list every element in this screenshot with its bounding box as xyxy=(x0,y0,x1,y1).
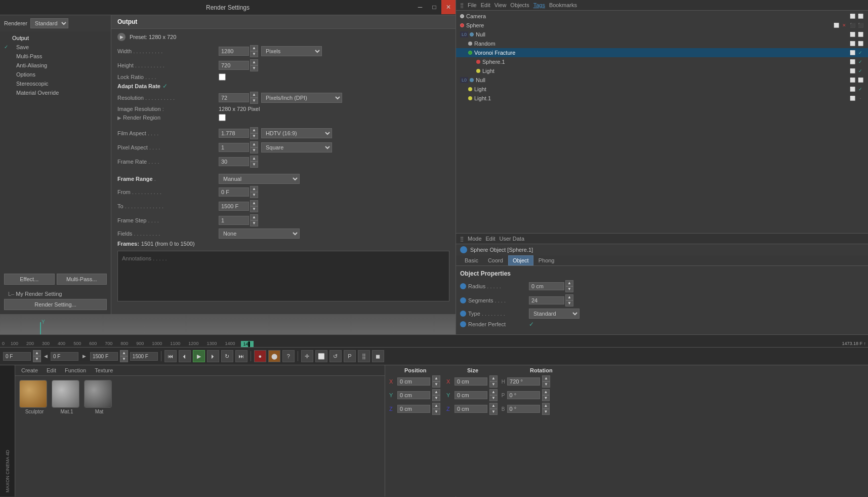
width-down[interactable]: ▼ xyxy=(250,51,258,57)
edit-menu[interactable]: Edit xyxy=(481,2,490,8)
renderer-dropdown[interactable]: Standard xyxy=(30,18,68,28)
type-select[interactable]: Standard xyxy=(529,309,580,319)
zsize-up[interactable]: ▲ xyxy=(489,403,498,409)
tree-item-sphere1[interactable]: Sphere.1 ⬜ ✓ xyxy=(456,57,868,66)
from-input[interactable] xyxy=(219,187,249,197)
start-frame-input[interactable] xyxy=(3,352,31,361)
film-aspect-up[interactable]: ▲ xyxy=(250,127,258,133)
scale-tool[interactable]: P xyxy=(344,350,356,362)
resolution-input[interactable] xyxy=(219,93,249,102)
p-up[interactable]: ▲ xyxy=(542,389,550,395)
tab-function[interactable]: Function xyxy=(61,366,90,374)
h-up[interactable]: ▲ xyxy=(542,375,550,381)
height-down[interactable]: ▼ xyxy=(250,65,258,71)
film-aspect-down[interactable]: ▼ xyxy=(250,133,258,139)
radius-up[interactable]: ▲ xyxy=(565,280,573,286)
tree-item-light2[interactable]: Light ⬜ ✓ xyxy=(456,85,868,94)
sidebar-item-options[interactable]: Options xyxy=(0,70,111,79)
minimize-button[interactable]: ─ xyxy=(413,0,427,14)
sidebar-item-material-override[interactable]: Material Override xyxy=(0,88,111,97)
play-forward-button[interactable]: ⏵ xyxy=(207,350,219,362)
tags-menu[interactable]: Tags xyxy=(533,2,545,8)
rotate-tool[interactable]: ↺ xyxy=(329,350,342,362)
radius-input[interactable] xyxy=(529,282,564,290)
tab-create[interactable]: Create xyxy=(17,366,42,374)
zpos-down[interactable]: ▼ xyxy=(432,409,440,415)
y-pos-input[interactable] xyxy=(397,391,430,399)
h-input[interactable] xyxy=(507,377,540,386)
effect-button[interactable]: Effect... xyxy=(4,274,55,285)
pixel-aspect-preset-select[interactable]: Square xyxy=(261,142,332,152)
z-size-input[interactable] xyxy=(454,405,487,413)
resolution-down[interactable]: ▼ xyxy=(250,98,258,104)
pixel-aspect-input[interactable] xyxy=(219,143,249,152)
keyframe-tool[interactable]: ◼ xyxy=(372,350,384,362)
tab-edit[interactable]: Edit xyxy=(43,366,60,374)
xsize-down[interactable]: ▼ xyxy=(489,381,498,388)
tab-coord[interactable]: Coord xyxy=(483,255,508,265)
tree-item-null[interactable]: L0 Null ⬜ ⬜ xyxy=(456,30,868,39)
from-up[interactable]: ▲ xyxy=(250,186,258,192)
ypos-up[interactable]: ▲ xyxy=(432,389,440,395)
film-aspect-preset-select[interactable]: HDTV (16:9) xyxy=(261,128,332,138)
pixel-aspect-down[interactable]: ▼ xyxy=(250,147,258,154)
zpos-up[interactable]: ▲ xyxy=(432,403,440,409)
y-size-input[interactable] xyxy=(454,391,487,399)
help-transport-button[interactable]: ? xyxy=(282,350,295,362)
frame-step-down[interactable]: ▼ xyxy=(250,220,258,226)
tab-texture[interactable]: Texture xyxy=(91,366,117,374)
width-input[interactable] xyxy=(219,47,249,56)
to-up[interactable]: ▲ xyxy=(250,200,258,206)
view-menu[interactable]: View xyxy=(494,2,507,8)
width-up[interactable]: ▲ xyxy=(250,45,258,51)
segments-input[interactable] xyxy=(529,296,564,304)
user-data-menu[interactable]: User Data xyxy=(500,236,525,242)
bookmarks-menu[interactable]: Bookmarks xyxy=(549,2,577,8)
end-frame-down[interactable]: ▼ xyxy=(120,356,128,362)
end-frame-input[interactable] xyxy=(90,352,118,361)
sidebar-item-save[interactable]: Save xyxy=(0,43,111,52)
height-up[interactable]: ▲ xyxy=(250,59,258,65)
edit-menu-props[interactable]: Edit xyxy=(486,236,495,242)
sidebar-item-antialiasing[interactable]: Anti-Aliasing xyxy=(0,61,111,70)
from-down[interactable]: ▼ xyxy=(250,192,258,198)
grid-tool[interactable]: ⣿ xyxy=(358,350,370,362)
end-frame-display[interactable] xyxy=(130,352,158,361)
current-frame-input[interactable] xyxy=(51,352,78,361)
material-sculptor[interactable]: Sculptor xyxy=(19,380,50,414)
b-input[interactable] xyxy=(507,405,540,413)
tab-object[interactable]: Object xyxy=(508,255,533,265)
mode-menu[interactable]: Mode xyxy=(468,236,482,242)
sidebar-item-multipass[interactable]: Multi-Pass xyxy=(0,52,111,61)
tree-item-voronoi[interactable]: Voronoi Fracture ⬜ ✓ xyxy=(456,48,868,57)
frame-step-up[interactable]: ▲ xyxy=(250,214,258,220)
resolution-up[interactable]: ▲ xyxy=(250,92,258,98)
height-input[interactable] xyxy=(219,61,249,70)
tree-item-light3[interactable]: Light.1 ⬜ · xyxy=(456,94,868,103)
start-frame-up[interactable]: ▲ xyxy=(33,350,41,356)
sidebar-item-stereoscopic[interactable]: Stereoscopic xyxy=(0,79,111,88)
b-up[interactable]: ▲ xyxy=(542,403,550,409)
frame-rate-down[interactable]: ▼ xyxy=(250,162,258,168)
z-pos-input[interactable] xyxy=(397,405,430,413)
ysize-up[interactable]: ▲ xyxy=(489,389,498,395)
xpos-down[interactable]: ▼ xyxy=(432,381,440,388)
tree-item-camera[interactable]: Camera ⬜ ⬜ xyxy=(456,12,868,21)
film-aspect-input[interactable] xyxy=(219,129,249,138)
objects-menu[interactable]: Objects xyxy=(510,2,529,8)
tree-item-random[interactable]: Random ⬜ ⬜ xyxy=(456,39,868,48)
record-active-button[interactable]: ⬤ xyxy=(268,350,280,362)
tab-phong[interactable]: Phong xyxy=(534,255,559,265)
fields-select[interactable]: None xyxy=(219,228,300,239)
sidebar-item-output[interactable]: Output xyxy=(0,33,111,43)
multi-pass-button[interactable]: Multi-Pass... xyxy=(57,274,107,285)
close-button[interactable]: ✕ xyxy=(441,0,456,14)
material-mat[interactable]: Mat xyxy=(84,380,114,414)
render-setting-button[interactable]: Render Setting... xyxy=(4,299,107,310)
x-pos-input[interactable] xyxy=(397,377,430,386)
end-frame-up[interactable]: ▲ xyxy=(120,350,128,356)
to-down[interactable]: ▼ xyxy=(250,206,258,212)
xsize-up[interactable]: ▲ xyxy=(489,375,498,381)
b-down[interactable]: ▼ xyxy=(542,409,550,415)
ysize-down[interactable]: ▼ xyxy=(489,395,498,401)
